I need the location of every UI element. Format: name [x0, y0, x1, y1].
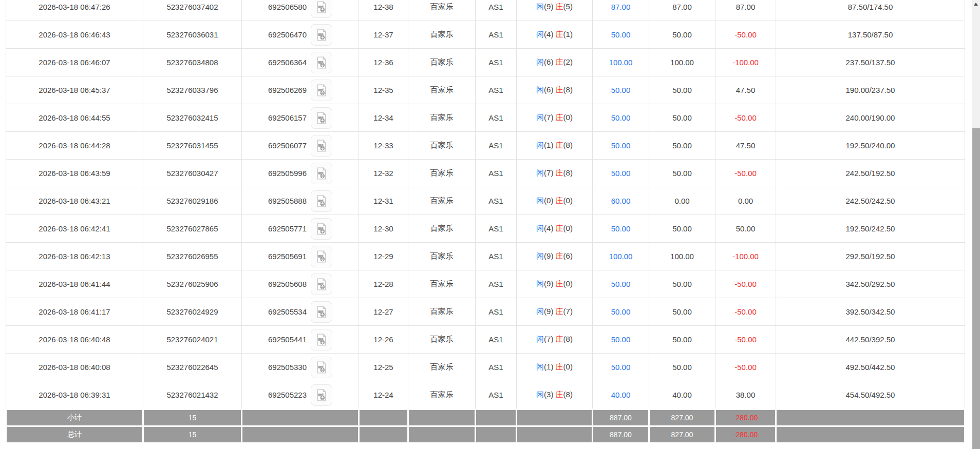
video-replay-button[interactable]	[311, 0, 332, 18]
bet-amount-link[interactable]: 50.00	[611, 86, 631, 94]
bet-time: 2026-03-18 06:46:07	[39, 58, 110, 67]
bet-amount-link[interactable]: 50.00	[611, 363, 631, 372]
result-cell: 闲(4) 庄(1)	[517, 21, 593, 49]
banker-score: (6)	[563, 251, 573, 260]
bet-id: 523276036031	[166, 30, 218, 39]
scroll-up-arrow-icon[interactable]	[974, 3, 978, 6]
video-replay-button[interactable]	[311, 301, 332, 323]
winloss-amount: 0.00	[738, 197, 753, 205]
round-cell: 12-37	[359, 21, 408, 49]
player-label: 闲	[536, 2, 544, 11]
total-label-cell: 总计	[6, 426, 143, 443]
total-row: 总计 15 887.00 827.00 -280.00	[6, 426, 965, 443]
bet-amount-link[interactable]: 50.00	[611, 113, 631, 122]
player-score: (9)	[544, 307, 553, 316]
video-replay-button[interactable]	[311, 52, 332, 73]
video-replay-button[interactable]	[311, 107, 332, 129]
game-id-cell: 692506157	[242, 104, 359, 132]
game-name-cell: 百家乐	[408, 354, 476, 381]
game-id: 692506470	[268, 30, 307, 39]
bet-amount-link[interactable]: 50.00	[611, 335, 631, 344]
video-icon	[315, 388, 328, 402]
video-icon	[315, 28, 328, 42]
banker-label: 庄	[556, 390, 563, 399]
scrollbar-thumb[interactable]	[972, 128, 980, 449]
video-replay-button[interactable]	[311, 163, 332, 184]
game-name: 百家乐	[430, 57, 454, 66]
bet-id: 523276030427	[166, 169, 218, 178]
bet-amount-cell: 50.00	[593, 21, 649, 49]
balance-cell: 190.00/237.50	[776, 76, 965, 104]
table-name: AS1	[488, 141, 503, 150]
balance-value: 240.00/190.00	[846, 113, 895, 122]
video-replay-button[interactable]	[311, 357, 332, 378]
winloss-cell: -50.00	[715, 326, 776, 354]
result-cell: 闲(7) 庄(8)	[517, 326, 593, 354]
bet-amount-cell: 50.00	[593, 215, 649, 243]
bet-amount-link[interactable]: 60.00	[611, 197, 631, 205]
player-score: (4)	[544, 224, 553, 232]
valid-amount: 0.00	[674, 197, 689, 205]
table-row: 2026-03-18 06:44:55 523276032415 6925061…	[6, 104, 965, 132]
banker-score: (0)	[563, 113, 573, 122]
bet-amount-link[interactable]: 100.00	[609, 252, 633, 261]
table-name-cell: AS1	[476, 132, 517, 160]
bet-amount-link[interactable]: 50.00	[611, 224, 631, 233]
banker-score: (2)	[563, 57, 573, 66]
video-replay-button[interactable]	[311, 274, 332, 295]
video-replay-button[interactable]	[311, 384, 332, 406]
bet-amount-link[interactable]: 50.00	[611, 141, 631, 150]
bet-amount-link[interactable]: 50.00	[611, 30, 631, 39]
valid-amount: 100.00	[670, 58, 694, 67]
player-label: 闲	[536, 362, 544, 371]
banker-label: 庄	[556, 2, 563, 11]
banker-label: 庄	[556, 196, 563, 205]
valid-amount: 50.00	[672, 335, 692, 344]
time-cell: 2026-03-18 06:41:44	[6, 270, 143, 298]
vertical-scrollbar[interactable]	[972, 0, 980, 449]
video-replay-button[interactable]	[311, 218, 332, 240]
balance-cell: 442.50/392.50	[776, 326, 965, 354]
result-cell: 闲(7) 庄(0)	[517, 104, 593, 132]
game-id-cell: 692505223	[242, 381, 359, 409]
bet-id: 523276037402	[166, 3, 218, 11]
game-name-cell: 百家乐	[408, 104, 476, 132]
bet-amount-link[interactable]: 100.00	[609, 58, 633, 67]
video-replay-button[interactable]	[311, 24, 332, 46]
winloss-cell: -50.00	[715, 104, 776, 132]
table-footer: 小计 15 887.00 827.00 -280.00 总计 15	[6, 409, 965, 443]
game-id-cell: 692506077	[242, 132, 359, 160]
balance-value: 242.50/242.50	[846, 197, 895, 205]
bet-time: 2026-03-18 06:39:31	[39, 391, 110, 399]
valid-amount-cell: 50.00	[649, 326, 715, 354]
game-name-cell: 百家乐	[408, 76, 476, 104]
game-name-cell: 百家乐	[408, 298, 476, 326]
table-name: AS1	[488, 252, 503, 261]
bet-amount-link[interactable]: 87.00	[611, 3, 631, 11]
balance-cell: 237.50/137.50	[776, 49, 965, 76]
bet-amount-link[interactable]: 50.00	[611, 169, 631, 178]
round-cell: 12-26	[359, 326, 408, 354]
video-replay-button[interactable]	[311, 246, 332, 267]
total-valid-cell: 827.00	[649, 426, 715, 443]
round-cell: 12-33	[359, 132, 408, 160]
round-number: 12-30	[373, 224, 393, 233]
banker-label: 庄	[556, 30, 563, 38]
bet-id-cell: 523276029186	[143, 187, 242, 215]
bet-amount-link[interactable]: 40.00	[611, 391, 631, 399]
video-replay-button[interactable]	[311, 329, 332, 350]
valid-amount-cell: 50.00	[649, 132, 715, 160]
video-replay-button[interactable]	[311, 135, 332, 157]
video-replay-button[interactable]	[311, 190, 332, 212]
banker-label: 庄	[556, 224, 563, 232]
game-name: 百家乐	[430, 224, 454, 232]
bet-amount-link[interactable]: 50.00	[611, 307, 631, 316]
video-replay-button[interactable]	[311, 80, 332, 101]
bet-time: 2026-03-18 06:40:48	[39, 335, 110, 344]
total-winloss-cell: -280.00	[715, 426, 776, 443]
game-id-cell: 692506364	[242, 49, 359, 76]
bet-amount-link[interactable]: 50.00	[611, 280, 631, 288]
table-name-cell: AS1	[476, 270, 517, 298]
game-id: 692505441	[268, 335, 307, 344]
game-name: 百家乐	[430, 196, 454, 205]
